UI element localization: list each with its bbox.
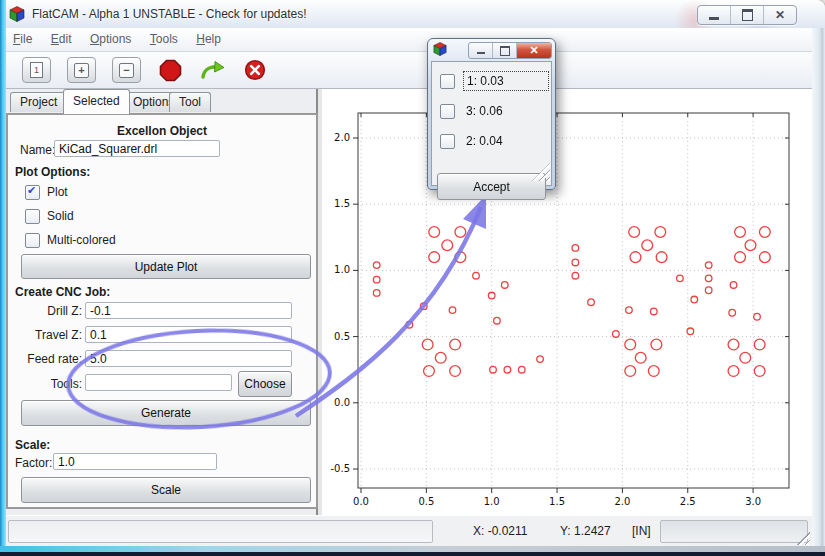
status-units: [IN] — [632, 524, 651, 538]
maximize-icon — [742, 9, 753, 21]
selected-object-panel: Excellon Object Name: Plot Options: Plot… — [6, 113, 318, 509]
plot-options-heading: Plot Options: — [15, 165, 90, 179]
drill-z-input[interactable] — [85, 302, 292, 319]
zoom-1to1-icon: 1 — [30, 62, 43, 78]
tools-input[interactable] — [85, 374, 232, 391]
generate-button[interactable]: Generate — [21, 400, 311, 426]
tool-2-label[interactable]: 2: 0.04 — [463, 132, 506, 150]
menu-help[interactable]: Help — [196, 32, 221, 46]
menu-tools[interactable]: Tools — [150, 32, 178, 46]
svg-text:-0.5: -0.5 — [330, 463, 350, 474]
drill-z-label: Drill Z: — [12, 304, 82, 318]
tool-1-checkbox[interactable] — [440, 74, 455, 89]
status-y-coordinate: Y: 1.2427 — [560, 524, 611, 538]
tool-3-label[interactable]: 3: 0.06 — [463, 102, 506, 120]
svg-text:3.0: 3.0 — [745, 496, 761, 507]
svg-text:1.5: 1.5 — [549, 496, 565, 507]
zoom-1to1-button[interactable]: 1 — [22, 57, 51, 83]
multicolored-checkbox-label[interactable]: Multi-colored — [47, 233, 116, 247]
svg-text:0.0: 0.0 — [334, 397, 350, 408]
name-input[interactable] — [54, 140, 220, 157]
desktop: FlatCAM - Alpha 1 UNSTABLE - Check for u… — [0, 0, 825, 556]
minimize-button[interactable] — [698, 6, 730, 24]
menu-options[interactable]: Options — [90, 32, 131, 46]
multicolored-checkbox[interactable] — [25, 233, 40, 248]
replot-arrow-icon — [200, 59, 226, 81]
window-title: FlatCAM - Alpha 1 UNSTABLE - Check for u… — [32, 7, 307, 21]
close-icon: ✕ — [775, 9, 785, 21]
choose-button[interactable]: Choose — [238, 371, 292, 397]
dialog-resize-grip[interactable] — [532, 163, 550, 181]
svg-text:0.0: 0.0 — [353, 496, 369, 507]
tool-item-2[interactable]: 3: 0.06 — [440, 102, 506, 120]
tab-project[interactable]: Project — [10, 92, 67, 112]
record-button[interactable] — [159, 59, 182, 82]
object-heading: Excellon Object — [8, 124, 316, 138]
status-x-coordinate: X: -0.0211 — [473, 524, 527, 538]
factor-label: Factor: — [15, 456, 52, 470]
tool-1-label[interactable]: 1: 0.03 — [463, 71, 549, 91]
plot-checkbox[interactable] — [25, 185, 40, 200]
accept-button[interactable]: Accept — [437, 173, 546, 200]
svg-text:1.5: 1.5 — [334, 198, 350, 209]
name-label: Name: — [20, 143, 55, 157]
svg-text:1.0: 1.0 — [334, 264, 350, 275]
tools-label: Tools: — [12, 377, 82, 391]
flatcam-cube-icon — [9, 6, 25, 22]
solid-checkbox[interactable] — [25, 209, 40, 224]
dialog-body: 1: 0.03 3: 0.06 2: 0.04 Accept — [431, 61, 552, 186]
title-bar[interactable]: FlatCAM - Alpha 1 UNSTABLE - Check for u… — [0, 0, 825, 29]
dialog-maximize-button[interactable] — [492, 43, 516, 58]
dialog-title-bar[interactable]: ✕ — [428, 39, 555, 60]
minimize-icon — [709, 17, 719, 20]
window-left-border — [0, 0, 6, 556]
scale-button[interactable]: Scale — [21, 477, 311, 503]
dialog-minimize-icon — [477, 52, 485, 54]
taskbar-edge — [0, 552, 825, 556]
dialog-maximize-icon — [500, 46, 510, 56]
zoom-out-button[interactable]: − — [112, 57, 141, 83]
solid-checkbox-label[interactable]: Solid — [47, 209, 74, 223]
menu-bar: File Edit Options Tools Help — [6, 28, 812, 52]
dialog-minimize-button[interactable] — [469, 43, 492, 58]
replot-button[interactable] — [200, 59, 226, 81]
progress-bar — [660, 520, 808, 543]
tab-selected[interactable]: Selected — [63, 89, 130, 114]
cnc-heading: Create CNC Job: — [15, 285, 110, 299]
svg-text:1.0: 1.0 — [484, 496, 500, 507]
feed-rate-label: Feed rate: — [8, 352, 82, 366]
status-message-panel — [8, 520, 433, 543]
window-controls: ✕ — [697, 5, 797, 25]
tools-dialog[interactable]: ✕ 1: 0.03 3: 0.06 2: 0.04 Accept — [427, 38, 556, 190]
window-right-border — [812, 28, 825, 546]
dialog-close-icon: ✕ — [529, 44, 538, 57]
status-bar: X: -0.0211 Y: 1.2427 [IN] — [6, 515, 812, 547]
feed-rate-input[interactable] — [85, 350, 292, 367]
plot-checkbox-label[interactable]: Plot — [47, 185, 68, 199]
plot-canvas[interactable]: 0.00.51.01.52.02.53.0-0.50.00.51.01.52.0 — [322, 90, 814, 515]
svg-text:2.0: 2.0 — [614, 496, 630, 507]
tool-3-checkbox[interactable] — [440, 104, 455, 119]
tab-tool[interactable]: Tool — [169, 92, 211, 112]
dialog-close-button[interactable]: ✕ — [516, 43, 551, 58]
cancel-x-icon — [244, 59, 266, 81]
cancel-button[interactable] — [244, 59, 266, 81]
maximize-button[interactable] — [730, 6, 763, 24]
flatcam-window: FlatCAM - Alpha 1 UNSTABLE - Check for u… — [0, 0, 825, 556]
tool-item-1[interactable]: 1: 0.03 — [440, 71, 549, 91]
svg-text:2.5: 2.5 — [680, 496, 696, 507]
zoom-in-button[interactable]: + — [67, 57, 96, 83]
zoom-out-icon: − — [119, 63, 134, 78]
svg-text:0.5: 0.5 — [418, 496, 434, 507]
svg-text:2.0: 2.0 — [334, 132, 350, 143]
update-plot-button[interactable]: Update Plot — [21, 254, 311, 279]
tool-item-3[interactable]: 2: 0.04 — [440, 132, 506, 150]
menu-edit[interactable]: Edit — [51, 32, 72, 46]
close-button[interactable]: ✕ — [763, 6, 796, 24]
main-content: Project Selected Options Tool Excellon O… — [6, 89, 812, 515]
travel-z-input[interactable] — [85, 326, 292, 343]
factor-input[interactable] — [53, 453, 217, 470]
toolbar: 1 + − — [6, 52, 812, 89]
menu-file[interactable]: File — [13, 32, 32, 46]
tool-2-checkbox[interactable] — [440, 134, 455, 149]
